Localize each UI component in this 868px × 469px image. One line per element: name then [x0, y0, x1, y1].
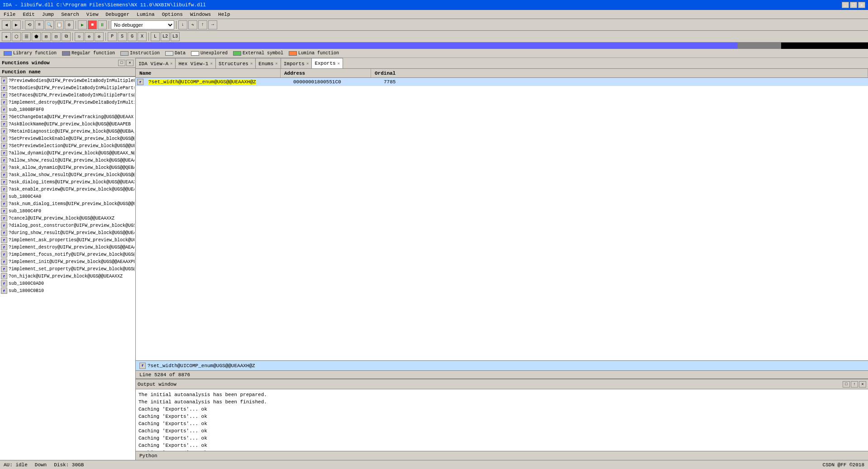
menu-file[interactable]: File — [2, 11, 17, 18]
list-item[interactable]: f?ask_allow_show_result@UIFW_preview_blo… — [0, 171, 135, 178]
list-item[interactable]: f?implement_init@UIFW_preview_block@UGS@… — [0, 258, 135, 265]
tb2-btn6[interactable]: ⊟ — [52, 32, 61, 41]
tab-imports[interactable]: Imports ✕ — [281, 58, 312, 69]
tab-enums-close[interactable]: ✕ — [275, 61, 277, 66]
tb-forward[interactable]: ▶ — [12, 20, 21, 29]
list-item[interactable]: f?AskBlockName@UIFW_preview_block@UGS@@U… — [0, 120, 135, 128]
tab-exports[interactable]: Exports ✕ — [312, 58, 343, 69]
list-item[interactable]: f?SetFaces@UIFW_PreviewDeltaBodyInMultip… — [0, 91, 135, 99]
tb-btn5[interactable]: ⚙ — [65, 20, 74, 29]
debugger-select[interactable]: No debugger — [111, 20, 174, 29]
list-item[interactable]: fsub_1800C4A0 — [0, 193, 135, 200]
tb2-btn1[interactable]: ◈ — [2, 32, 11, 41]
list-item[interactable]: f?SetPreviewBlockEnable@UIFW_preview_blo… — [0, 135, 135, 142]
output-line: The initial autoanalysis has been prepar… — [138, 391, 865, 398]
list-item[interactable]: f?dialog_post_constructor@UIFW_preview_b… — [0, 222, 135, 229]
menu-edit[interactable]: Edit — [21, 11, 36, 18]
tb-step-out[interactable]: ↑ — [198, 20, 207, 29]
function-list[interactable]: f?PreviewBodies@UIFW_PreviewDeltaBodyInM… — [0, 77, 135, 460]
tb-run[interactable]: ▶ — [78, 20, 87, 29]
list-item[interactable]: fsub_1800C0AD0 — [0, 280, 135, 287]
list-item[interactable]: f?allow_dynamic@UIFW_preview_block@UGS@@… — [0, 149, 135, 157]
functions-panel-buttons: □ ✕ — [118, 60, 134, 66]
tb2-lumina3[interactable]: L3 — [171, 32, 180, 41]
menu-windows[interactable]: Windows — [188, 11, 213, 18]
list-item[interactable]: fsub_1800C0B10 — [0, 287, 135, 294]
menu-lumina[interactable]: Lumina — [135, 11, 157, 18]
list-item[interactable]: f?ask_allow_dynamic@UIFW_preview_block@U… — [0, 164, 135, 171]
tab-ida-close[interactable]: ✕ — [170, 61, 172, 66]
menu-jump[interactable]: Jump — [40, 11, 56, 18]
menu-debugger[interactable]: Debugger — [104, 11, 131, 18]
list-item[interactable]: f?GetChangeData@UIFW_PreviewTracking@UGS… — [0, 113, 135, 120]
list-item[interactable]: fsub_1800C4F0 — [0, 207, 135, 215]
tb2-btn3[interactable]: ☰ — [22, 32, 31, 41]
list-item[interactable]: f?RetainDiagnostic@UIFW_preview_block@UG… — [0, 128, 135, 135]
tb2-btn8[interactable]: ⎋ — [75, 32, 84, 41]
output-maximize-button[interactable]: ↑ — [851, 381, 858, 388]
tb-run-to[interactable]: → — [208, 20, 217, 29]
tb2-btn5[interactable]: ⊞ — [42, 32, 51, 41]
output-close-button[interactable]: ✕ — [859, 381, 866, 388]
export-row[interactable]: f ?set_width@UICOMP_enum@UGS@@UEAAXH@Z 0… — [136, 78, 868, 86]
list-item[interactable]: f?SetPreviewSelection@UIFW_preview_block… — [0, 142, 135, 149]
tab-structures[interactable]: Structures ✕ — [216, 58, 256, 69]
menu-search[interactable]: Search — [59, 11, 81, 18]
list-item[interactable]: f?SetBodies@UIFW_PreviewDeltaBodyInMulti… — [0, 84, 135, 91]
tb2-patch[interactable]: P — [108, 32, 117, 41]
python-tab[interactable]: Python — [136, 451, 868, 460]
list-item[interactable]: f?ask_enable_preview@UIFW_preview_block@… — [0, 186, 135, 193]
list-item[interactable]: fsub_1800BF8F0 — [0, 106, 135, 113]
list-item[interactable]: f?implement_destroy@UIFW_preview_block@U… — [0, 244, 135, 251]
tb-btn4[interactable]: 📋 — [55, 20, 64, 29]
tb2-xref[interactable]: X — [138, 32, 147, 41]
tb2-btn7[interactable]: ⧉ — [62, 32, 71, 41]
list-item[interactable]: f?implement_destroy@UIFW_PreviewDeltaBod… — [0, 99, 135, 106]
tb-stop[interactable]: ■ — [88, 20, 97, 29]
tb2-btn10[interactable]: ⊗ — [95, 32, 104, 41]
navigation-strip[interactable] — [0, 43, 868, 49]
tab-structures-close[interactable]: ✕ — [250, 61, 253, 66]
tab-imports-close[interactable]: ✕ — [306, 61, 309, 66]
tb-step-into[interactable]: ↓ — [178, 20, 187, 29]
list-item[interactable]: f?ask_dialog_items@UIFW_preview_block@UG… — [0, 178, 135, 186]
tb2-btn9[interactable]: ⊕ — [85, 32, 94, 41]
functions-panel-close[interactable]: ✕ — [126, 60, 134, 66]
menu-view[interactable]: View — [85, 11, 100, 18]
tb-step-over[interactable]: ↷ — [188, 20, 197, 29]
close-button[interactable]: ✕ — [858, 2, 865, 8]
list-item[interactable]: f?implement_focus_notify@UIFW_preview_bl… — [0, 251, 135, 258]
tb2-btn4[interactable]: ⬟ — [32, 32, 41, 41]
menu-help[interactable]: Help — [216, 11, 232, 18]
list-item[interactable]: f?on_hijack@UIFW_preview_block@UGS@@UEAA… — [0, 273, 135, 280]
exports-rows[interactable]: f ?set_width@UICOMP_enum@UGS@@UEAAXH@Z 0… — [136, 78, 868, 360]
tab-ida-view-a[interactable]: IDA View-A ✕ — [136, 58, 176, 69]
tb-btn3[interactable]: 🔍 — [45, 20, 54, 29]
list-item[interactable]: f?ask_num_dialog_items@UIFW_preview_bloc… — [0, 200, 135, 207]
tb2-btn2[interactable]: ⬡ — [12, 32, 21, 41]
tb2-lumina1[interactable]: L — [151, 32, 160, 41]
list-item[interactable]: f?implement_set_property@UIFW_preview_bl… — [0, 265, 135, 273]
tb2-lumina2[interactable]: L2 — [161, 32, 170, 41]
tab-exports-close[interactable]: ✕ — [338, 61, 340, 66]
maximize-button[interactable]: □ — [850, 2, 857, 8]
output-line: Caching 'Exports'... ok — [138, 413, 865, 420]
list-item[interactable]: f?PreviewBodies@UIFW_PreviewDeltaBodyInM… — [0, 77, 135, 84]
tb2-script[interactable]: S — [118, 32, 127, 41]
functions-panel-float[interactable]: □ — [118, 60, 125, 66]
list-item[interactable]: f?allow_show_result@UIFW_preview_block@U… — [0, 157, 135, 164]
output-float-button[interactable]: □ — [843, 381, 850, 388]
list-item[interactable]: f?during_show_result@UIFW_preview_block@… — [0, 229, 135, 236]
tb-pause[interactable]: ⏸ — [98, 20, 107, 29]
tb-btn1[interactable]: ⟲ — [25, 20, 34, 29]
list-item[interactable]: f?cancel@UIFW_preview_block@UGS@@UEAAXXZ — [0, 215, 135, 222]
tab-hex-view-1[interactable]: Hex View-1 ✕ — [176, 58, 215, 69]
tb-back[interactable]: ◀ — [2, 20, 11, 29]
tab-enums[interactable]: Enums ✕ — [256, 58, 281, 69]
menu-options[interactable]: Options — [160, 11, 185, 18]
tb2-graph[interactable]: G — [128, 32, 137, 41]
tab-hex-close[interactable]: ✕ — [210, 61, 212, 66]
minimize-button[interactable]: _ — [842, 2, 849, 8]
list-item[interactable]: f?implement_ask_properties@UIFW_preview_… — [0, 236, 135, 244]
tb-btn2[interactable]: ≡ — [35, 20, 44, 29]
